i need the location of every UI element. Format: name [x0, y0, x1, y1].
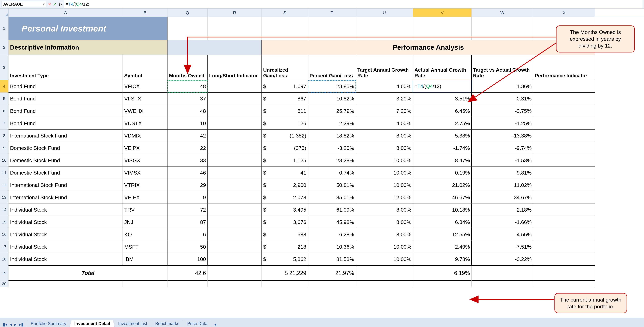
cell-V6[interactable]: 6.45% [413, 105, 472, 117]
cell-S5[interactable]: $867 [262, 92, 308, 105]
total-label[interactable]: Total [8, 266, 168, 281]
cell-U13[interactable]: 12.00% [356, 191, 413, 204]
cell-R7[interactable] [208, 117, 262, 130]
name-box[interactable]: AVERAGE ▾ [2, 1, 46, 8]
row-header-2[interactable]: 2 [0, 40, 8, 55]
cell-W16[interactable]: 4.55% [472, 228, 533, 241]
cell-S9[interactable]: $(373) [262, 142, 308, 154]
col-header-S[interactable]: S [262, 8, 308, 17]
col-header-V[interactable]: V [413, 8, 472, 17]
cell-T8[interactable]: -18.82% [308, 130, 356, 142]
cell-S4[interactable]: $1,697 [262, 80, 308, 92]
row-header-12[interactable]: 12 [0, 179, 8, 191]
row-header-20[interactable]: 20 [0, 281, 8, 287]
cell-V13[interactable]: 46.67% [413, 191, 472, 204]
cell-U18[interactable]: 10.00% [356, 253, 413, 266]
cell-Q13[interactable]: 9 [168, 191, 208, 204]
cell-U15[interactable]: 8.00% [356, 216, 413, 228]
cell-X8[interactable] [533, 130, 595, 142]
cell-Q6[interactable]: 48 [168, 105, 208, 117]
cell-X5[interactable] [533, 92, 595, 105]
cell-S6[interactable]: $811 [262, 105, 308, 117]
cell-R5[interactable] [208, 92, 262, 105]
cell-X15[interactable] [533, 216, 595, 228]
sheet-tab-price-data[interactable]: Price Data [183, 320, 212, 327]
cell-X7[interactable] [533, 117, 595, 130]
cell-A20[interactable] [8, 281, 123, 287]
cell-A15[interactable]: Individual Stock [8, 216, 123, 228]
col-header-A[interactable]: A [8, 8, 123, 17]
tab-last-icon[interactable]: ▸▮ [18, 322, 24, 327]
col-header-X[interactable]: X [533, 8, 595, 17]
cell-X6[interactable] [533, 105, 595, 117]
cell-X17[interactable] [533, 241, 595, 253]
cell-T1[interactable] [308, 17, 356, 40]
cell-R6[interactable] [208, 105, 262, 117]
cell-U20[interactable] [356, 281, 413, 287]
fx-icon[interactable]: fx [59, 2, 62, 6]
cell-A7[interactable]: Bond Fund [8, 117, 123, 130]
cell-R18[interactable] [208, 253, 262, 266]
cell-A8[interactable]: International Stock Fund [8, 130, 123, 142]
total-X[interactable] [533, 266, 595, 281]
cell-W15[interactable]: -1.66% [472, 216, 533, 228]
cell-T7[interactable]: 2.29% [308, 117, 356, 130]
row-header-1[interactable]: 1 [0, 17, 8, 40]
total-U[interactable] [356, 266, 413, 281]
cell-W17[interactable]: -7.51% [472, 241, 533, 253]
cell-U11[interactable]: 10.00% [356, 167, 413, 179]
cell-V20[interactable] [413, 281, 472, 287]
cell-B6[interactable]: VWEHX [123, 105, 168, 117]
cell-U16[interactable]: 8.00% [356, 228, 413, 241]
cell-U1[interactable] [356, 17, 413, 40]
cell-Q20[interactable] [168, 281, 208, 287]
cell-U10[interactable]: 10.00% [356, 154, 413, 167]
cell-U5[interactable]: 3.20% [356, 92, 413, 105]
row-header-10[interactable]: 10 [0, 154, 8, 167]
cell-W4[interactable]: 1.36% [472, 80, 533, 92]
tab-scroll-right-icon[interactable]: ◂ [214, 322, 216, 327]
cell-Q15[interactable]: 87 [168, 216, 208, 228]
tab-first-icon[interactable]: ▮◂ [2, 322, 8, 327]
tab-prev-icon[interactable]: ◂ [9, 322, 12, 327]
cell-V7[interactable]: 2.75% [413, 117, 472, 130]
cell-A14[interactable]: Individual Stock [8, 204, 123, 216]
cell-W6[interactable]: -0.75% [472, 105, 533, 117]
row-header-19[interactable]: 19 [0, 266, 8, 281]
cell-R17[interactable] [208, 241, 262, 253]
row-header-5[interactable]: 5 [0, 92, 8, 105]
cell-Q16[interactable]: 6 [168, 228, 208, 241]
cell-X13[interactable] [533, 191, 595, 204]
cell-T18[interactable]: 81.53% [308, 253, 356, 266]
col-header-R[interactable]: R [208, 8, 262, 17]
cell-T15[interactable]: 45.98% [308, 216, 356, 228]
cell-Q4[interactable]: 48 [168, 80, 208, 92]
cell-V11[interactable]: 0.19% [413, 167, 472, 179]
cell-T5[interactable]: 10.82% [308, 92, 356, 105]
cell-R11[interactable] [208, 167, 262, 179]
row-header-6[interactable]: 6 [0, 105, 8, 117]
cell-V10[interactable]: 8.47% [413, 154, 472, 167]
cell-V9[interactable]: -1.74% [413, 142, 472, 154]
row-header-17[interactable]: 17 [0, 241, 8, 253]
row-header-7[interactable]: 7 [0, 117, 8, 130]
total-T[interactable]: 21.97% [308, 266, 356, 281]
cell-R15[interactable] [208, 216, 262, 228]
cell-Q11[interactable]: 46 [168, 167, 208, 179]
row-header-8[interactable]: 8 [0, 130, 8, 142]
col-header-U[interactable]: U [356, 8, 413, 17]
cell-W12[interactable]: 11.02% [472, 179, 533, 191]
cell-A17[interactable]: Individual Stock [8, 241, 123, 253]
total-R[interactable] [208, 266, 262, 281]
total-V[interactable]: 6.19% [413, 266, 472, 281]
cell-T17[interactable]: 10.36% [308, 241, 356, 253]
cell-Q17[interactable]: 50 [168, 241, 208, 253]
cell-W14[interactable]: 2.18% [472, 204, 533, 216]
col-header-B[interactable]: B [123, 8, 168, 17]
cell-T20[interactable] [308, 281, 356, 287]
cell-U4[interactable]: 4.60% [356, 80, 413, 92]
cell-W5[interactable]: 0.31% [472, 92, 533, 105]
cell-B18[interactable]: IBM [123, 253, 168, 266]
cell-R9[interactable] [208, 142, 262, 154]
cell-T6[interactable]: 25.79% [308, 105, 356, 117]
